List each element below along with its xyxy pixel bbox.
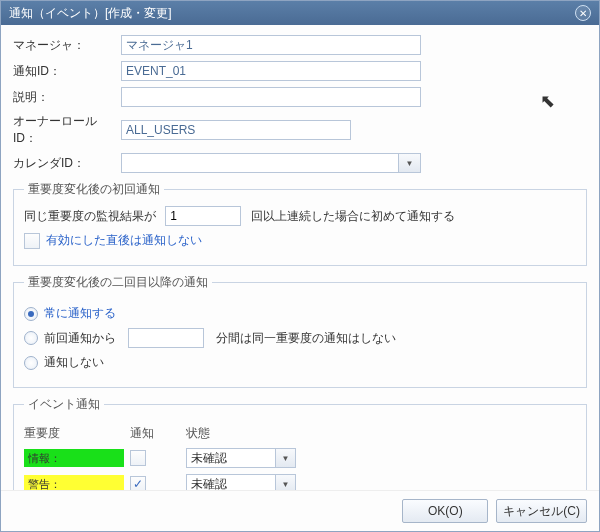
suppress-immediate-label: 有効にした直後は通知しない: [46, 232, 202, 249]
state-select[interactable]: 未確認▼: [186, 474, 296, 490]
event-row: 警告：✓未確認▼: [24, 474, 576, 490]
state-value: 未確認: [187, 449, 275, 467]
dialog-title: 通知（イベント）[作成・変更]: [9, 5, 172, 22]
radio-always-dot: [28, 311, 34, 317]
header-state: 状態: [186, 425, 306, 442]
radio-always[interactable]: [24, 307, 38, 321]
calendar-id-value: [122, 154, 398, 172]
calendar-id-select[interactable]: ▼: [121, 153, 421, 173]
chevron-down-icon[interactable]: ▼: [398, 154, 420, 172]
event-notify-group: イベント通知 重要度 通知 状態 情報：未確認▼警告：✓未確認▼危険：✓未確認▼…: [13, 396, 587, 490]
subsequent-notify-group: 重要度変化後の二回目以降の通知 常に通知する 前回通知から 分間は同一重要度の通…: [13, 274, 587, 388]
interval-minutes-input[interactable]: [128, 328, 204, 348]
first-notify-legend: 重要度変化後の初回通知: [24, 181, 164, 198]
radio-always-label: 常に通知する: [44, 305, 116, 322]
manager-label: マネージャ：: [13, 37, 121, 54]
event-notify-legend: イベント通知: [24, 396, 104, 413]
severity-cell: 情報：: [24, 449, 124, 467]
titlebar: 通知（イベント）[作成・変更] ✕: [1, 1, 599, 25]
owner-role-label: オーナーロールID：: [13, 113, 121, 147]
notify-id-label: 通知ID：: [13, 63, 121, 80]
owner-role-input[interactable]: [121, 120, 351, 140]
radio-interval[interactable]: [24, 331, 38, 345]
notify-id-input[interactable]: [121, 61, 421, 81]
close-icon[interactable]: ✕: [575, 5, 591, 21]
radio-interval-after: 分間は同一重要度の通知はしない: [216, 330, 396, 347]
dialog-content: マネージャ： 通知ID： 説明： オーナーロールID： カレンダID： ▼ 重要…: [1, 25, 599, 490]
state-value: 未確認: [187, 475, 275, 490]
first-notify-count-input[interactable]: [165, 206, 241, 226]
event-table: 重要度 通知 状態 情報：未確認▼警告：✓未確認▼危険：✓未確認▼不明：✓未確認…: [24, 425, 576, 490]
event-row: 情報：未確認▼: [24, 448, 576, 468]
suppress-immediate-checkbox[interactable]: [24, 233, 40, 249]
calendar-id-label: カレンダID：: [13, 155, 121, 172]
first-notify-text-after: 回以上連続した場合に初めて通知する: [251, 209, 455, 223]
severity-cell: 警告：: [24, 475, 124, 490]
cancel-button[interactable]: キャンセル(C): [496, 499, 587, 523]
first-notify-text-before: 同じ重要度の監視結果が: [24, 209, 156, 223]
radio-never-label: 通知しない: [44, 354, 104, 371]
radio-never[interactable]: [24, 356, 38, 370]
chevron-down-icon[interactable]: ▼: [275, 449, 295, 467]
description-input[interactable]: [121, 87, 421, 107]
notify-checkbox[interactable]: ✓: [130, 476, 146, 490]
radio-interval-before: 前回通知から: [44, 330, 116, 347]
first-notify-group: 重要度変化後の初回通知 同じ重要度の監視結果が 回以上連続した場合に初めて通知す…: [13, 181, 587, 266]
header-notify: 通知: [130, 425, 180, 442]
notify-checkbox[interactable]: [130, 450, 146, 466]
manager-input[interactable]: [121, 35, 421, 55]
header-severity: 重要度: [24, 425, 124, 442]
ok-button[interactable]: OK(O): [402, 499, 488, 523]
dialog: 通知（イベント）[作成・変更] ✕ マネージャ： 通知ID： 説明： オーナーロ…: [0, 0, 600, 532]
subsequent-notify-legend: 重要度変化後の二回目以降の通知: [24, 274, 212, 291]
chevron-down-icon[interactable]: ▼: [275, 475, 295, 490]
description-label: 説明：: [13, 89, 121, 106]
button-bar: OK(O) キャンセル(C): [1, 490, 599, 531]
event-table-header: 重要度 通知 状態: [24, 425, 576, 442]
state-select[interactable]: 未確認▼: [186, 448, 296, 468]
